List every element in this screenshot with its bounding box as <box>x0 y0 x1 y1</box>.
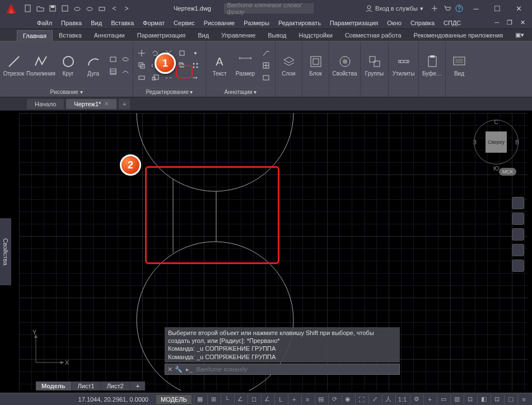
dynucs-toggle-icon[interactable]: L <box>274 394 287 404</box>
panel-modify-label[interactable]: Редактирование ▾ <box>136 88 203 97</box>
annotation-scale-icon[interactable]: 人 <box>382 394 394 404</box>
snap-toggle-icon[interactable]: ⊞ <box>207 394 220 404</box>
text-button[interactable]: AТекст <box>208 54 231 77</box>
scale-display[interactable]: 1:1 <box>395 394 409 404</box>
viewcube-face-top[interactable]: Сверху <box>486 131 507 153</box>
otrack-toggle-icon[interactable]: ∠ <box>261 394 273 404</box>
view-button[interactable]: Вид <box>448 54 470 77</box>
layout-tab-model[interactable]: Модель <box>36 382 71 390</box>
table-icon[interactable] <box>260 60 272 71</box>
nav-pan-icon[interactable] <box>512 213 524 225</box>
quick-properties-icon[interactable]: ▥ <box>450 394 463 404</box>
ribbon-tab-home[interactable]: Главная <box>17 30 53 41</box>
ribbon-tab-addins[interactable]: Надстройки <box>293 30 339 41</box>
menu-file[interactable]: Файл <box>34 18 55 27</box>
polar-toggle-icon[interactable]: ∠ <box>234 394 246 404</box>
new-icon[interactable] <box>22 3 34 14</box>
new-tab-button[interactable]: + <box>119 99 130 109</box>
hatch-icon[interactable] <box>107 66 119 77</box>
explode-icon[interactable] <box>189 48 202 59</box>
mtext-icon[interactable] <box>260 72 272 83</box>
menu-modify[interactable]: Редактировать <box>275 18 324 27</box>
menu-spds[interactable]: СПДС <box>440 18 464 27</box>
arc-button[interactable]: Дуга <box>82 54 105 77</box>
ribbon-tab-manage[interactable]: Управление <box>215 30 262 41</box>
viewcube[interactable]: Сверху С Ю З В <box>474 120 519 164</box>
annotation-monitor-icon[interactable]: + <box>423 394 436 404</box>
cart-icon[interactable] <box>441 3 452 14</box>
scale-icon[interactable] <box>149 72 161 83</box>
cmd-close-icon[interactable]: ✕ <box>167 366 172 373</box>
plot-icon[interactable] <box>96 3 108 14</box>
doc-min-icon[interactable]: ─ <box>491 18 502 27</box>
polyline-button[interactable]: Полилиния <box>27 54 54 77</box>
ribbon-tab-featured[interactable]: Рекомендованные приложения <box>408 30 510 41</box>
groups-button[interactable]: Группы <box>363 54 386 77</box>
menu-parametric[interactable]: Параметризация <box>326 18 381 27</box>
annotation-visibility-icon[interactable]: ⛶ <box>355 394 367 404</box>
osnap-toggle-icon[interactable]: ◻ <box>248 394 260 404</box>
command-input[interactable] <box>196 366 397 373</box>
clean-screen-icon[interactable]: ▢ <box>504 394 516 404</box>
layers-button[interactable]: Слои <box>278 54 300 77</box>
menu-view[interactable]: Вид <box>87 18 105 27</box>
panel-annot-label[interactable]: Аннотации ▾ <box>208 88 273 97</box>
nav-showmotion-icon[interactable] <box>512 260 524 272</box>
lock-ui-icon[interactable]: ⊡ <box>464 394 476 404</box>
nav-wheel-icon[interactable] <box>512 197 524 209</box>
rectangle-icon[interactable] <box>107 54 119 65</box>
menu-edit[interactable]: Правка <box>58 18 85 27</box>
menu-draw[interactable]: Рисование <box>200 18 238 27</box>
drawing-canvas[interactable]: Сверху С Ю З В МСК YX Выберите второй об… <box>19 113 528 390</box>
wcs-badge[interactable]: МСК <box>499 168 516 176</box>
coordinates-display[interactable]: 17.1044, 20.2961, 0.0000 <box>73 396 154 403</box>
ribbon-tab-insert[interactable]: Вставка <box>53 30 88 41</box>
ribbon-tab-collab[interactable]: Совместная работа <box>339 30 408 41</box>
search-input[interactable]: Введите ключевое слово/фразу <box>224 3 314 13</box>
ribbon-tab-focus[interactable]: ▣▾ <box>509 29 530 41</box>
close-button[interactable]: ✕ <box>508 2 529 15</box>
ribbon-tab-annotate[interactable]: Аннотации <box>88 30 131 41</box>
layout-tab-layout2[interactable]: Лист2 <box>101 382 129 390</box>
dyn-input-icon[interactable]: + <box>288 394 300 404</box>
nav-orbit-icon[interactable] <box>512 244 524 256</box>
autoscale-icon[interactable]: ⤢ <box>368 394 381 404</box>
menu-format[interactable]: Формат <box>139 18 168 27</box>
dimension-button[interactable]: Размер <box>233 54 258 77</box>
minimize-button[interactable]: ─ <box>466 2 486 15</box>
menu-help[interactable]: Справка <box>407 18 438 27</box>
block-button[interactable]: Блок <box>305 54 326 77</box>
spline-icon[interactable] <box>119 66 132 77</box>
exchange-icon[interactable] <box>429 3 440 14</box>
doc-restore-icon[interactable]: ❐ <box>503 18 516 27</box>
panel-draw-label[interactable]: Рисование ▾ <box>2 88 130 97</box>
doc-tab-drawing1[interactable]: Чертеж1*✕ <box>66 99 116 109</box>
menu-tools[interactable]: Сервис <box>170 18 198 27</box>
selection-cycling-icon[interactable]: ⟳ <box>328 394 340 404</box>
save-icon[interactable] <box>47 3 58 14</box>
command-line[interactable]: ✕🔧 ▸_ <box>165 364 400 375</box>
properties-palette-tab[interactable]: Свойства <box>0 218 11 285</box>
ellipse-icon[interactable] <box>119 54 132 65</box>
units-icon[interactable]: ▭ <box>437 394 449 404</box>
erase-icon[interactable] <box>176 48 188 59</box>
leader-icon[interactable] <box>260 48 272 59</box>
lineweight-toggle-icon[interactable]: ≡ <box>301 394 314 404</box>
help-icon[interactable]: ? <box>454 3 465 14</box>
layout-tab-layout1[interactable]: Лист1 <box>72 382 100 390</box>
saveas-icon[interactable] <box>59 3 71 14</box>
signin-button[interactable]: Вход в службы ▾ <box>365 4 423 12</box>
customize-icon[interactable]: ≡ <box>517 394 530 404</box>
close-tab-icon[interactable]: ✕ <box>104 101 109 107</box>
clipboard-button[interactable]: Буфе… <box>421 54 443 77</box>
circle-button[interactable]: Круг <box>57 54 80 77</box>
copy-icon[interactable] <box>136 60 148 71</box>
nav-zoom-icon[interactable] <box>512 228 524 241</box>
menu-insert[interactable]: Вставка <box>108 18 137 27</box>
cloud-open-icon[interactable] <box>72 3 83 14</box>
properties-button[interactable]: Свойства <box>332 54 358 77</box>
layout-tab-add[interactable]: + <box>130 382 145 390</box>
workspace-switch-icon[interactable]: ⚙ <box>410 394 422 404</box>
model-space-button[interactable]: МОДЕЛЬ <box>156 395 192 404</box>
open-icon[interactable] <box>35 3 46 14</box>
